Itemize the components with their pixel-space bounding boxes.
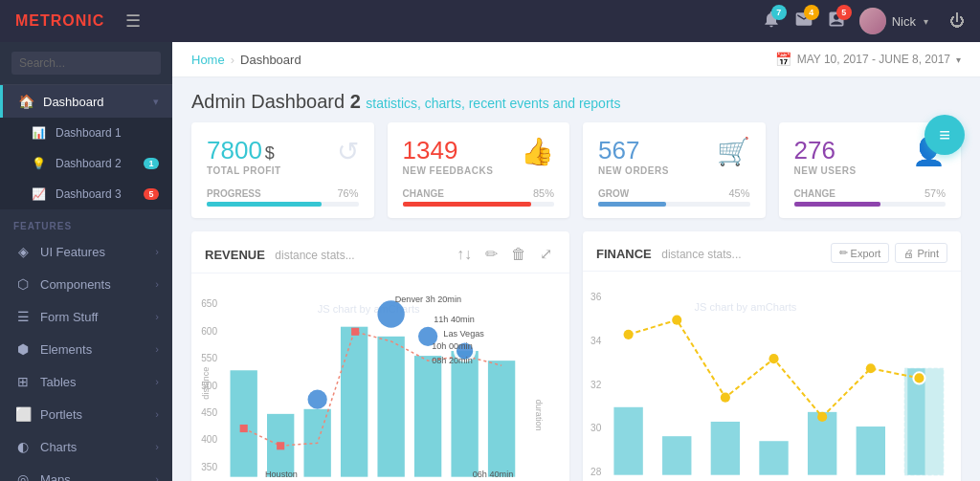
svg-point-20 bbox=[308, 390, 327, 409]
svg-point-49 bbox=[768, 354, 778, 363]
expand-icon-btn[interactable]: ⤢ bbox=[536, 243, 556, 265]
sidebar-item-elements[interactable]: ⬢ Elements › bbox=[0, 333, 172, 365]
sidebar: 🏠 Dashboard ▾ 📊 Dashboard 1 💡 Dashboard … bbox=[0, 42, 172, 481]
sidebar-item-dashboard[interactable]: 🏠 Dashboard ▾ bbox=[0, 85, 172, 118]
main-layout: 🏠 Dashboard ▾ 📊 Dashboard 1 💡 Dashboard … bbox=[0, 42, 980, 481]
sidebar-item-form-stuff[interactable]: ☰ Form Stuff › bbox=[0, 300, 172, 333]
stat-card-new-feedbacks: 1349 NEW FEEDBACKS 👍 CHANGE 85% bbox=[388, 122, 570, 218]
notifications-button[interactable]: 7 bbox=[762, 10, 781, 33]
chevron-right-icon: › bbox=[155, 343, 159, 355]
svg-rect-41 bbox=[759, 441, 788, 474]
avatar bbox=[859, 8, 886, 34]
svg-text:34: 34 bbox=[590, 336, 602, 346]
diamond-icon: ◈ bbox=[13, 244, 33, 259]
page-title-main: Admin Dashboard bbox=[191, 91, 345, 112]
trend-icon: 📈 bbox=[29, 187, 48, 201]
export-label: Export bbox=[851, 248, 881, 259]
pie-icon: ◐ bbox=[13, 439, 33, 454]
svg-rect-16 bbox=[488, 361, 515, 477]
sidebar-item-dashboard2[interactable]: 💡 Dashboard 2 1 bbox=[0, 148, 172, 179]
sidebar-item-label: Portlets bbox=[40, 407, 155, 422]
charts-row: REVENUE distance stats... ↑↓ ✏ 🗑 ⤢ JS ch… bbox=[172, 231, 980, 481]
sidebar-item-charts[interactable]: ◐ Charts › bbox=[0, 430, 172, 463]
stat-bar-pct: 76% bbox=[337, 187, 358, 199]
export-button[interactable]: ✏ Export bbox=[831, 243, 890, 263]
brand: METRONIC ☰ bbox=[15, 11, 141, 32]
features-section-label: FEATURES bbox=[0, 209, 172, 235]
tasks-button[interactable]: 5 bbox=[827, 10, 846, 33]
edit-icon-btn[interactable]: ✏ bbox=[481, 243, 501, 265]
sidebar-item-label: Dashboard 2 bbox=[56, 157, 144, 170]
svg-rect-14 bbox=[414, 356, 441, 477]
sidebar-item-tables[interactable]: ⊞ Tables › bbox=[0, 365, 172, 398]
content-area: Home › Dashboard 📅 MAY 10, 2017 - JUNE 8… bbox=[172, 42, 980, 481]
svg-rect-13 bbox=[377, 337, 404, 477]
chevron-right-icon: › bbox=[155, 246, 159, 257]
svg-rect-43 bbox=[857, 426, 885, 475]
top-navbar: METRONIC ☰ 7 4 5 Nick ▾ ⏻ bbox=[0, 0, 980, 42]
search-input[interactable] bbox=[11, 52, 161, 75]
svg-rect-15 bbox=[451, 351, 478, 477]
brand-text-before: METRO bbox=[15, 12, 76, 29]
upload-icon-btn[interactable]: ↑↓ bbox=[453, 243, 476, 265]
page-subtitle: statistics, charts, recent events and re… bbox=[366, 96, 620, 111]
svg-text:08h 20min: 08h 20min bbox=[432, 356, 473, 365]
sidebar-item-ui-features[interactable]: ◈ UI Features › bbox=[0, 235, 172, 268]
brand-text: METRONIC bbox=[15, 12, 104, 30]
revenue-chart-subtitle: distance stats... bbox=[275, 249, 354, 262]
stat-card-new-orders: 567 NEW ORDERS 🛒 GROW 45% bbox=[583, 122, 766, 218]
user-menu[interactable]: Nick ▾ bbox=[859, 8, 928, 34]
fab-button[interactable]: ≡ bbox=[924, 115, 965, 155]
page-header: Admin Dashboard 2 statistics, charts, re… bbox=[172, 77, 980, 122]
sidebar-item-label: Charts bbox=[40, 440, 155, 454]
page-title-num: 2 bbox=[350, 91, 367, 112]
sidebar-search-area bbox=[0, 42, 172, 85]
revenue-chart-body: JS chart by amCharts 650 600 550 500 450… bbox=[191, 273, 569, 481]
tasks-badge: 5 bbox=[836, 5, 852, 20]
revenue-chart-svg: JS chart by amCharts 650 600 550 500 450… bbox=[191, 273, 569, 481]
svg-text:450: 450 bbox=[201, 407, 217, 418]
chevron-right-icon: › bbox=[155, 311, 159, 322]
svg-text:36: 36 bbox=[590, 292, 602, 302]
finance-chart-body: JS chart by amCharts 36 34 32 30 28 bbox=[583, 272, 961, 481]
finance-chart-svg: JS chart by amCharts 36 34 32 30 28 bbox=[583, 272, 961, 481]
date-range-picker[interactable]: 📅 MAY 10, 2017 - JUNE 8, 2017 ▾ bbox=[775, 52, 961, 67]
stat-value: 567 bbox=[598, 136, 639, 165]
svg-rect-45 bbox=[907, 368, 924, 474]
svg-point-48 bbox=[721, 393, 730, 403]
breadcrumb: Home › Dashboard bbox=[191, 53, 301, 67]
svg-text:600: 600 bbox=[201, 326, 217, 337]
print-button[interactable]: 🖨 Print bbox=[895, 243, 947, 263]
hex-icon: ⬡ bbox=[13, 276, 33, 292]
sidebar-item-dashboard3[interactable]: 📈 Dashboard 3 5 bbox=[0, 179, 172, 209]
sidebar-item-components[interactable]: ⬡ Components › bbox=[0, 268, 172, 300]
stat-card-total-profit: 7800 $ TOTAL PROFIT ↺ PROGRESS 76% bbox=[191, 122, 374, 218]
svg-point-51 bbox=[866, 363, 876, 373]
breadcrumb-home[interactable]: Home bbox=[191, 53, 225, 67]
breadcrumb-current: Dashboard bbox=[240, 53, 301, 67]
logout-icon[interactable]: ⏻ bbox=[949, 12, 965, 30]
hamburger-icon[interactable]: ☰ bbox=[125, 11, 141, 32]
svg-rect-40 bbox=[711, 422, 740, 475]
dashboard2-badge: 1 bbox=[144, 158, 159, 169]
sidebar-item-maps[interactable]: ◎ Maps › bbox=[0, 463, 172, 481]
chevron-down-icon: ▾ bbox=[153, 96, 159, 108]
page-title: Admin Dashboard 2 statistics, charts, re… bbox=[191, 91, 961, 113]
svg-text:28: 28 bbox=[590, 467, 602, 477]
messages-button[interactable]: 4 bbox=[794, 10, 813, 33]
breadcrumb-bar: Home › Dashboard 📅 MAY 10, 2017 - JUNE 8… bbox=[172, 42, 980, 77]
sidebar-item-portlets[interactable]: ⬜ Portlets › bbox=[0, 398, 172, 430]
svg-text:distance: distance bbox=[201, 367, 211, 400]
notifications-badge: 7 bbox=[771, 5, 787, 20]
svg-text:400: 400 bbox=[201, 434, 217, 445]
chevron-down-icon: ▾ bbox=[924, 16, 928, 27]
fab-icon: ≡ bbox=[939, 124, 950, 146]
dashboard3-badge: 5 bbox=[144, 188, 159, 200]
elements-icon: ⬢ bbox=[13, 341, 33, 357]
sidebar-item-dashboard1[interactable]: 📊 Dashboard 1 bbox=[0, 118, 172, 148]
stat-label: NEW ORDERS bbox=[598, 165, 669, 176]
stat-bar-pct: 85% bbox=[533, 187, 554, 199]
delete-icon-btn[interactable]: 🗑 bbox=[507, 243, 530, 265]
svg-rect-17 bbox=[240, 425, 248, 432]
stat-value: 1349 bbox=[403, 136, 458, 165]
